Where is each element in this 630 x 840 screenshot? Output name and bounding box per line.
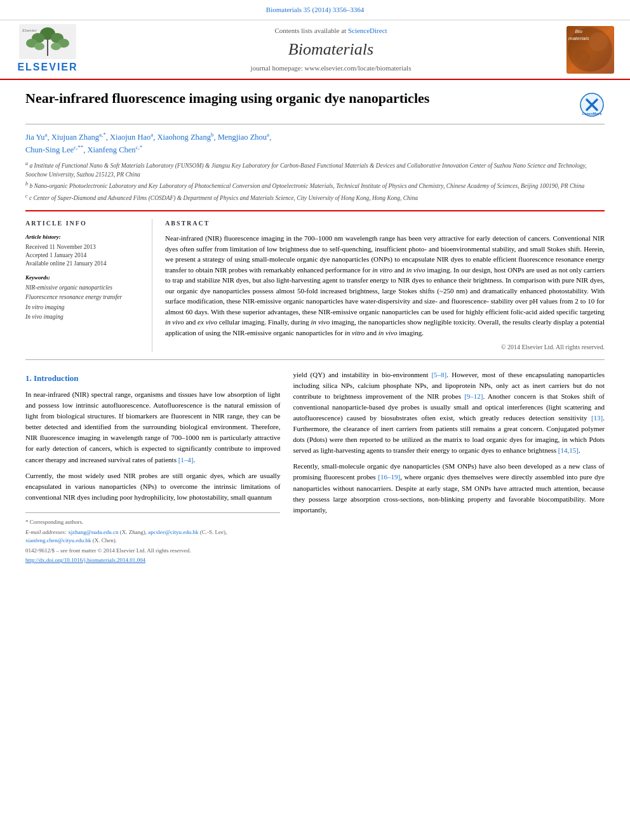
- right-column: yield (QY) and instability in bio-enviro…: [293, 370, 605, 566]
- affiliations: a a Institute of Functional Nano & Soft …: [25, 160, 605, 203]
- left-column: 1. Introduction In near-infrared (NIR) s…: [25, 370, 280, 566]
- svg-point-8: [34, 43, 44, 50]
- journal-info: Contents lists available at ScienceDirec…: [95, 26, 566, 74]
- abstract: ABSTRACT Near-infrared (NIR) fluorescenc…: [165, 219, 605, 352]
- svg-text:CrossMark: CrossMark: [582, 112, 602, 116]
- svg-point-11: [589, 32, 608, 51]
- biomaterials-logo-text: Biomaterials: [568, 28, 589, 42]
- abstract-text: Near-infrared (NIR) fluorescence imaging…: [165, 233, 605, 338]
- doi-line: http://dx.doi.org/10.1016/j.biomaterials…: [25, 556, 280, 564]
- svg-point-9: [51, 43, 61, 50]
- intro-para-2: Currently, the most widely used NIR prob…: [25, 470, 280, 503]
- journal-homepage: journal homepage: www.elsevier.com/locat…: [95, 63, 566, 73]
- keyword-4: In vivo imaging: [25, 312, 142, 322]
- article-info-abstract: ARTICLE INFO Article history: Received 1…: [25, 210, 605, 360]
- email-note: E-mail addresses: xjzhang@suda.edu.cn (X…: [25, 528, 280, 544]
- right-para-2: Recently, small-molecule organic dye nan…: [293, 461, 605, 515]
- elsevier-tree-icon: Elsevier: [19, 24, 76, 59]
- keyword-1: NIR-emissive organic nanoparticles: [25, 283, 142, 293]
- journal-title-header: Biomaterials: [95, 38, 566, 61]
- intro-para-1: In near-infrared (NIR) spectral range, o…: [25, 389, 280, 465]
- paper-title: Near-infrared fluorescence imaging using…: [25, 90, 573, 108]
- crossmark-icon[interactable]: CrossMark: [579, 92, 605, 117]
- biomaterials-logo: Biomaterials: [566, 26, 614, 74]
- sciencedirect-line: Contents lists available at ScienceDirec…: [95, 26, 566, 36]
- elsevier-logo: Elsevier ELSEVIER: [13, 24, 83, 74]
- footer: * Corresponding authors. E-mail addresse…: [25, 512, 280, 564]
- history-label: Article history:: [25, 233, 142, 241]
- journal-ref: Biomaterials 35 (2014) 3356–3364: [0, 5, 630, 15]
- svg-text:Elsevier: Elsevier: [22, 28, 37, 33]
- article-info-heading: ARTICLE INFO: [25, 219, 142, 228]
- affiliation-c: c c Center of Super-Diamond and Advanced…: [25, 192, 605, 203]
- keywords-label: Keywords:: [25, 274, 142, 282]
- journal-header: Biomaterials 35 (2014) 3356–3364: [0, 0, 630, 20]
- journal-logo-box: Biomaterials: [566, 26, 617, 74]
- copyright: © 2014 Elsevier Ltd. All rights reserved…: [165, 343, 605, 352]
- received-date: Received 11 November 2013 Accepted 1 Jan…: [25, 243, 142, 269]
- paper-title-section: Near-infrared fluorescence imaging using…: [25, 90, 605, 124]
- header-content: Elsevier ELSEVIER Contents lists availab…: [0, 20, 630, 79]
- abstract-heading: ABSTRACT: [165, 219, 605, 228]
- issn-line: 0142-9612/$ – see front matter © 2014 El…: [25, 547, 280, 555]
- svg-point-12: [575, 50, 590, 65]
- email-apcslee[interactable]: apcslee@cityu.edu.hk: [148, 529, 198, 535]
- right-para-1: yield (QY) and instability in bio-enviro…: [293, 370, 605, 456]
- article-info: ARTICLE INFO Article history: Received 1…: [25, 219, 152, 352]
- corresponding-note: * Corresponding authors.: [25, 518, 280, 526]
- email-label: E-mail addresses:: [25, 529, 67, 535]
- keywords-list: NIR-emissive organic nanoparticles Fluor…: [25, 283, 142, 322]
- email-xianfeng[interactable]: xianfeng.chen@cityu.edu.hk: [25, 537, 91, 543]
- keyword-3: In vitro imaging: [25, 303, 142, 312]
- body-content: 1. Introduction In near-infrared (NIR) s…: [25, 370, 605, 566]
- keyword-2: Fluorescence resonance energy transfer: [25, 293, 142, 302]
- affiliation-b: b b Nano-organic Photoelectronic Laborat…: [25, 180, 605, 190]
- doi-link[interactable]: http://dx.doi.org/10.1016/j.biomaterials…: [25, 557, 145, 563]
- sciencedirect-link[interactable]: ScienceDirect: [348, 27, 387, 34]
- intro-heading: 1. Introduction: [25, 373, 280, 384]
- sciencedirect-prefix: Contents lists available at: [274, 27, 346, 34]
- main-content: Near-infrared fluorescence imaging using…: [0, 80, 630, 579]
- email-xjzhang[interactable]: xjzhang@suda.edu.cn: [68, 529, 118, 535]
- elsevier-brand: ELSEVIER: [17, 60, 77, 74]
- authors: Jia Yua, Xiujuan Zhanga,*, Xiaojun Haoa,…: [25, 131, 605, 156]
- page: Biomaterials 35 (2014) 3356–3364 Elsevie…: [0, 0, 630, 840]
- affiliation-a: a a Institute of Functional Nano & Soft …: [25, 160, 605, 180]
